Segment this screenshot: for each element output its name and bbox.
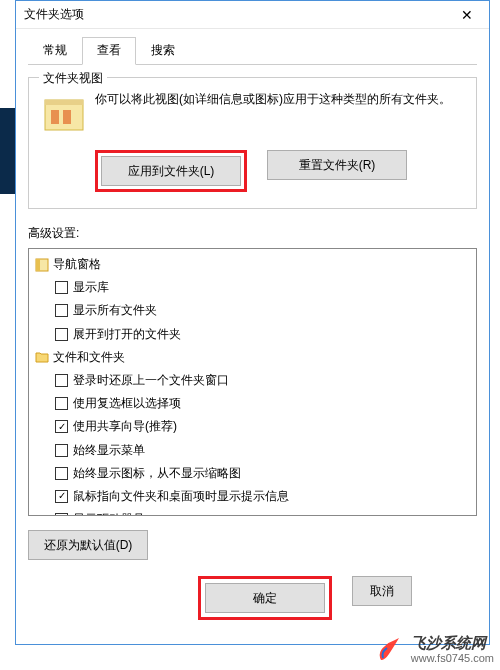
tree-item[interactable]: 使用复选框以选择项: [31, 392, 474, 415]
checkbox[interactable]: [55, 374, 68, 387]
checkbox[interactable]: [55, 467, 68, 480]
tab-bar: 常规 查看 搜索: [28, 37, 477, 65]
tree-item[interactable]: 鼠标指向文件夹和桌面项时显示提示信息: [31, 485, 474, 508]
tree-label: 使用共享向导(推荐): [73, 417, 177, 436]
nav-pane-icon: [35, 258, 49, 272]
tree-label: 展开到打开的文件夹: [73, 325, 181, 344]
tab-general[interactable]: 常规: [28, 37, 82, 64]
apply-to-folders-button[interactable]: 应用到文件夹(L): [101, 156, 241, 186]
tree-label: 鼠标指向文件夹和桌面项时显示提示信息: [73, 487, 289, 506]
checkbox[interactable]: [55, 444, 68, 457]
highlight-ok: 确定: [198, 576, 332, 620]
folder-small-icon: [35, 350, 49, 364]
window-title: 文件夹选项: [24, 6, 84, 23]
watermark-title: 飞沙系统网: [411, 635, 494, 652]
view-description: 你可以将此视图(如详细信息或图标)应用于这种类型的所有文件夹。: [95, 90, 466, 136]
checkbox[interactable]: [55, 397, 68, 410]
watermark-logo-icon: [375, 636, 403, 664]
tree-label: 文件和文件夹: [53, 348, 125, 367]
titlebar: 文件夹选项 ✕: [16, 1, 489, 29]
tree-item[interactable]: 使用共享向导(推荐): [31, 415, 474, 438]
dialog-body: 常规 查看 搜索 文件夹视图 你可以将此视图(如详细信息或图标)应用于这种类型的…: [16, 29, 489, 644]
tree-label: 显示驱动器号: [73, 510, 145, 516]
tab-search[interactable]: 搜索: [136, 37, 190, 64]
tree-label: 导航窗格: [53, 255, 101, 274]
tree-label: 登录时还原上一个文件夹窗口: [73, 371, 229, 390]
reset-folders-button[interactable]: 重置文件夹(R): [267, 150, 407, 180]
svg-rect-1: [45, 100, 83, 105]
footer-buttons: 确定 取消: [28, 568, 477, 632]
checkbox[interactable]: [55, 328, 68, 341]
checkbox-checked[interactable]: [55, 420, 68, 433]
highlight-apply: 应用到文件夹(L): [95, 150, 247, 192]
dialog-window: 文件夹选项 ✕ 常规 查看 搜索 文件夹视图 你可以将此视图: [15, 0, 490, 645]
tree-node-files-folders: 文件和文件夹: [31, 346, 474, 369]
svg-rect-3: [63, 110, 71, 124]
tree-item[interactable]: 始终显示图标，从不显示缩略图: [31, 462, 474, 485]
tree-label: 显示库: [73, 278, 109, 297]
checkbox-checked[interactable]: [55, 490, 68, 503]
watermark: 飞沙系统网 www.fs0745.com: [375, 635, 494, 664]
group-title: 文件夹视图: [39, 70, 107, 87]
tab-view[interactable]: 查看: [82, 37, 136, 65]
folder-icon: [43, 94, 85, 136]
tree-item[interactable]: 显示库: [31, 276, 474, 299]
watermark-url: www.fs0745.com: [411, 652, 494, 664]
ok-button[interactable]: 确定: [205, 583, 325, 613]
advanced-settings-tree[interactable]: 导航窗格 显示库 显示所有文件夹 展开到打开的文件夹 文件和文件夹 登录时还原上…: [28, 248, 477, 516]
svg-rect-2: [51, 110, 59, 124]
checkbox[interactable]: [55, 281, 68, 294]
tree-node-nav-pane: 导航窗格: [31, 253, 474, 276]
tree-label: 使用复选框以选择项: [73, 394, 181, 413]
restore-default-button[interactable]: 还原为默认值(D): [28, 530, 148, 560]
checkbox[interactable]: [55, 304, 68, 317]
tree-item[interactable]: 显示驱动器号: [31, 508, 474, 516]
tree-label: 显示所有文件夹: [73, 301, 157, 320]
tree-label: 始终显示图标，从不显示缩略图: [73, 464, 241, 483]
close-button[interactable]: ✕: [444, 1, 489, 29]
close-icon: ✕: [461, 7, 473, 23]
tree-label: 始终显示菜单: [73, 441, 145, 460]
tree-item[interactable]: 显示所有文件夹: [31, 299, 474, 322]
advanced-settings-label: 高级设置:: [28, 225, 477, 242]
tree-item[interactable]: 始终显示菜单: [31, 439, 474, 462]
folder-view-group: 文件夹视图 你可以将此视图(如详细信息或图标)应用于这种类型的所有文件夹。 应用…: [28, 77, 477, 209]
svg-rect-5: [36, 259, 40, 271]
tree-item[interactable]: 登录时还原上一个文件夹窗口: [31, 369, 474, 392]
tree-item[interactable]: 展开到打开的文件夹: [31, 323, 474, 346]
checkbox-checked[interactable]: [55, 513, 68, 516]
cancel-button[interactable]: 取消: [352, 576, 412, 606]
